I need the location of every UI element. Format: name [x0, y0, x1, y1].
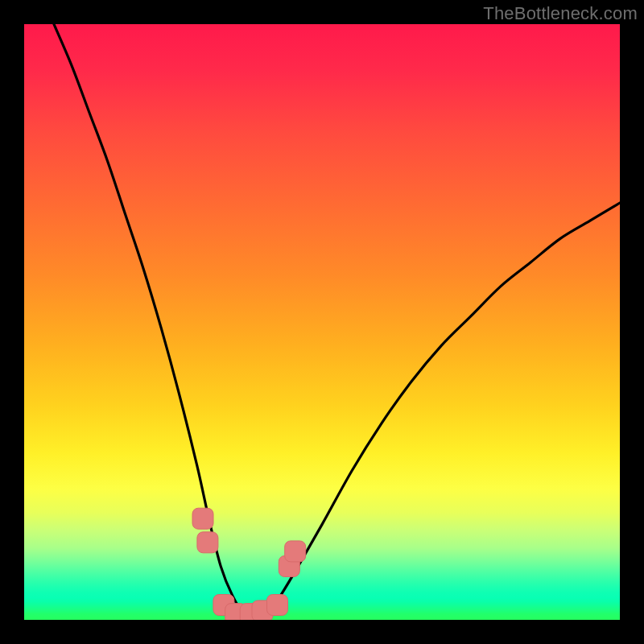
bottleneck-curve: [54, 24, 620, 617]
plot-area: [24, 24, 620, 620]
curve-markers: [192, 508, 306, 620]
curve-marker: [192, 508, 213, 529]
chart-overlay: [24, 24, 620, 620]
curve-marker: [285, 541, 306, 562]
curve-marker: [267, 595, 288, 616]
curve-marker: [197, 532, 218, 553]
watermark-text: TheBottleneck.com: [483, 3, 638, 24]
chart-frame: TheBottleneck.com: [0, 0, 644, 644]
